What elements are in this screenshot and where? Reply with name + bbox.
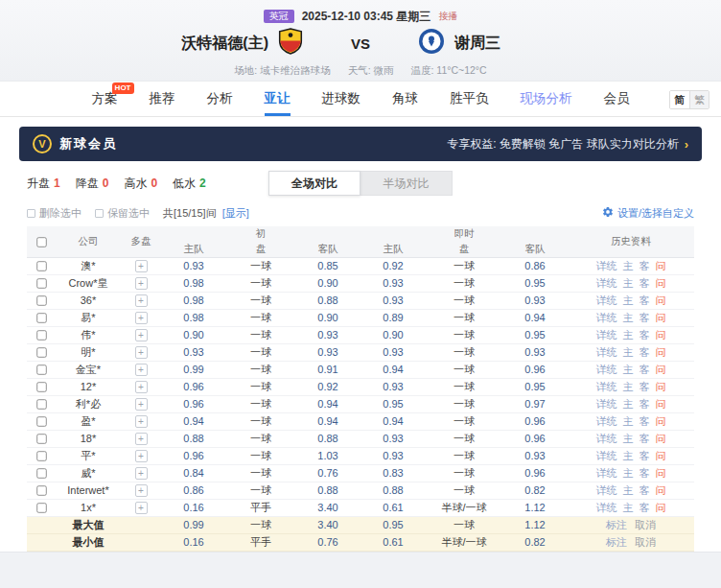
company-name[interactable]: 18* xyxy=(56,430,121,447)
history-link[interactable]: 主 xyxy=(623,433,634,444)
summary-action-link[interactable]: 取消 xyxy=(635,519,656,530)
history-link[interactable]: 主 xyxy=(623,484,634,496)
history-link[interactable]: 主 xyxy=(623,502,634,513)
company-name[interactable]: 金宝* xyxy=(56,361,121,378)
history-link[interactable]: 问 xyxy=(656,450,666,461)
expand-plus-button[interactable]: + xyxy=(135,346,148,359)
row-checkbox[interactable] xyxy=(36,278,46,288)
history-link[interactable]: 客 xyxy=(640,415,650,427)
history-link[interactable]: 主 xyxy=(623,312,634,323)
expand-plus-button[interactable]: + xyxy=(135,277,148,290)
history-link[interactable]: 主 xyxy=(623,415,634,427)
row-checkbox[interactable] xyxy=(36,347,46,357)
row-checkbox[interactable] xyxy=(36,503,46,512)
summary-action-link[interactable]: 标注 xyxy=(606,536,627,548)
company-name[interactable]: 威* xyxy=(56,464,121,482)
history-link[interactable]: 问 xyxy=(656,502,666,513)
expand-plus-button[interactable]: + xyxy=(135,415,148,428)
expand-plus-button[interactable]: + xyxy=(135,329,148,341)
company-name[interactable]: 澳* xyxy=(56,257,121,274)
tab-recommend[interactable]: 推荐 xyxy=(150,82,175,116)
member-benefits-link[interactable]: 专享权益: 免费解锁 免广告 球队实力对比分析 › xyxy=(447,136,688,153)
history-link[interactable]: 客 xyxy=(640,312,650,323)
history-link[interactable]: 问 xyxy=(656,381,666,392)
row-checkbox[interactable] xyxy=(36,295,46,305)
filter-down[interactable]: 降盘 0 xyxy=(76,176,109,192)
company-name[interactable]: Crow*皇 xyxy=(56,274,121,292)
history-link[interactable]: 客 xyxy=(640,294,650,306)
full-match-compare-button[interactable]: 全场对比 xyxy=(268,171,360,196)
history-link[interactable]: 问 xyxy=(656,398,666,410)
history-link[interactable]: 详统 xyxy=(596,398,617,410)
row-checkbox[interactable] xyxy=(36,468,46,478)
company-name[interactable]: 易* xyxy=(56,309,121,326)
history-link[interactable]: 问 xyxy=(656,294,666,306)
history-link[interactable]: 详统 xyxy=(596,381,617,392)
history-link[interactable]: 客 xyxy=(640,398,650,410)
history-link[interactable]: 主 xyxy=(623,294,634,306)
settings-button[interactable]: 设置/选择自定义 xyxy=(602,206,694,221)
history-link[interactable]: 客 xyxy=(640,260,650,271)
row-checkbox[interactable] xyxy=(36,261,46,270)
company-name[interactable]: 伟* xyxy=(56,326,121,343)
summary-action-link[interactable]: 标注 xyxy=(606,519,627,530)
history-link[interactable]: 主 xyxy=(623,346,634,358)
broadcast-link[interactable]: 接播 xyxy=(438,10,457,23)
company-name[interactable]: 盈* xyxy=(56,412,121,430)
expand-plus-button[interactable]: + xyxy=(135,398,148,411)
company-name[interactable]: 利*必 xyxy=(56,395,121,412)
row-checkbox[interactable] xyxy=(36,416,46,426)
history-link[interactable]: 详统 xyxy=(596,502,617,513)
company-name[interactable]: 36* xyxy=(56,292,121,309)
history-link[interactable]: 问 xyxy=(656,346,666,358)
row-checkbox[interactable] xyxy=(36,330,46,340)
half-match-compare-button[interactable]: 半场对比 xyxy=(360,171,453,196)
filter-up[interactable]: 升盘 1 xyxy=(27,176,60,192)
history-link[interactable]: 主 xyxy=(623,450,634,461)
history-link[interactable]: 问 xyxy=(656,467,666,479)
history-link[interactable]: 问 xyxy=(656,433,666,444)
select-all-checkbox[interactable] xyxy=(36,237,46,247)
history-link[interactable]: 客 xyxy=(640,467,650,479)
row-checkbox[interactable] xyxy=(36,434,46,443)
history-link[interactable]: 客 xyxy=(640,277,650,289)
company-name[interactable]: 平* xyxy=(56,447,121,464)
tab-analysis[interactable]: 分析 xyxy=(207,82,233,116)
tab-corners[interactable]: 角球 xyxy=(392,82,418,116)
expand-plus-button[interactable]: + xyxy=(135,433,148,445)
tab-live-analysis[interactable]: 现场分析 xyxy=(521,82,572,116)
row-checkbox[interactable] xyxy=(36,313,46,322)
history-link[interactable]: 客 xyxy=(640,502,650,513)
expand-plus-button[interactable]: + xyxy=(135,294,148,307)
history-link[interactable]: 问 xyxy=(656,329,666,341)
history-link[interactable]: 详统 xyxy=(596,346,617,358)
expand-plus-button[interactable]: + xyxy=(135,364,148,376)
lang-traditional-button[interactable]: 繁 xyxy=(689,91,709,108)
tab-1x2[interactable]: 胜平负 xyxy=(450,82,489,116)
member-banner[interactable]: V 新球会员 专享权益: 免费解锁 免广告 球队实力对比分析 › xyxy=(19,127,702,161)
history-link[interactable]: 客 xyxy=(640,329,650,341)
filter-low-water[interactable]: 低水 2 xyxy=(173,176,206,192)
company-name[interactable]: 12* xyxy=(56,378,121,395)
history-link[interactable]: 详统 xyxy=(596,260,617,271)
history-link[interactable]: 问 xyxy=(656,364,666,375)
row-checkbox[interactable] xyxy=(36,399,46,409)
history-link[interactable]: 主 xyxy=(623,467,634,479)
tab-goals[interactable]: 进球数 xyxy=(322,82,361,116)
company-name[interactable]: Interwet* xyxy=(56,482,121,499)
history-link[interactable]: 主 xyxy=(623,277,634,289)
company-name[interactable]: 明* xyxy=(56,343,121,361)
history-link[interactable]: 主 xyxy=(623,398,634,410)
expand-plus-button[interactable]: + xyxy=(135,502,148,514)
history-link[interactable]: 问 xyxy=(656,312,666,323)
history-link[interactable]: 主 xyxy=(623,364,634,375)
history-link[interactable]: 客 xyxy=(640,433,650,444)
delete-selected-button[interactable]: 删除选中 xyxy=(27,206,81,221)
row-checkbox[interactable] xyxy=(36,382,46,391)
expand-plus-button[interactable]: + xyxy=(135,450,148,462)
history-link[interactable]: 详统 xyxy=(596,450,617,461)
expand-plus-button[interactable]: + xyxy=(135,381,148,393)
lang-simplified-button[interactable]: 简 xyxy=(670,91,689,108)
tab-member[interactable]: 会员 xyxy=(604,82,630,116)
history-link[interactable]: 主 xyxy=(623,260,634,271)
